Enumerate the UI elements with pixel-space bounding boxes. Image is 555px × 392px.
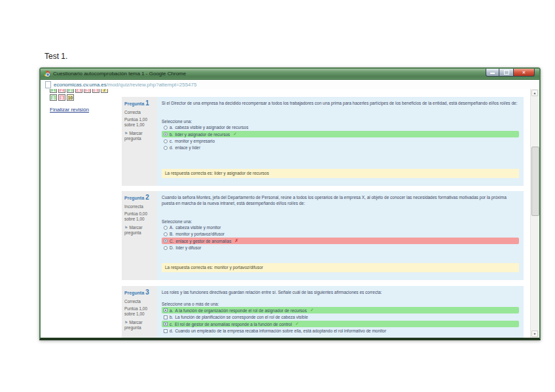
finish-review-link[interactable]: Finalizar revisión	[50, 107, 89, 113]
option-text: enlace y gestor de anomalías	[176, 239, 232, 243]
question-body: Los roles y las funciones directivas gua…	[157, 286, 524, 338]
nav-question-5[interactable]: 5	[84, 89, 91, 93]
option-key: c.	[170, 322, 173, 327]
nav-question-3[interactable]: 3	[67, 89, 74, 93]
question-status: Incorrecta	[124, 204, 154, 209]
page-icon	[45, 81, 51, 88]
answer-option[interactable]: B.monitor y portavoz/difusor	[162, 231, 519, 237]
question-info: Pregunta3 Correcta Puntúa 1,00 sobre 1,0…	[122, 286, 157, 338]
radio-checked-icon	[164, 239, 168, 243]
correct-answer-feedback: La respuesta correcta es: líder y asigna…	[162, 169, 519, 178]
answer-option[interactable]: a.cabeza visible y asignador de recursos	[162, 124, 519, 130]
answer-option-selected-correct[interactable]: a.A la función de organización responde …	[162, 307, 519, 313]
browser-window: Cuestionario autocomprobación tema 1 - G…	[39, 67, 541, 340]
radio-icon	[164, 246, 168, 250]
option-text: monitor y empresario	[175, 139, 215, 143]
question-info: Pregunta1 Correcta Puntúa 1,00 sobre 1,0…	[122, 97, 157, 186]
close-button[interactable]: ✕	[513, 69, 535, 77]
scroll-up-arrow[interactable]: ▲	[531, 90, 538, 96]
flag-icon: ⚑	[124, 132, 128, 135]
correct-check-icon: ✓	[310, 308, 314, 313]
checkbox-checked-icon	[164, 308, 168, 312]
url-path: /mod/quiz/review.php?attempt=255475	[107, 82, 197, 88]
option-key: A.	[170, 225, 173, 230]
nav-question-4[interactable]: 4	[75, 89, 82, 93]
question-title: Pregunta2	[124, 194, 154, 202]
question-label: Pregunta	[124, 101, 144, 106]
nav-question-1[interactable]: 1	[50, 89, 57, 93]
option-text: La función de planificación se correspon…	[175, 315, 308, 319]
answer-option[interactable]: d.Cuando un empleado de la empresa recab…	[162, 328, 519, 334]
flag-question-button[interactable]: ⚑Marcar pregunta	[124, 225, 154, 236]
option-key: B.	[170, 232, 173, 236]
question-text: Los roles y las funciones directivas gua…	[162, 289, 519, 295]
document-page: Test 1. Cuestionario autocomprobación te…	[0, 0, 555, 392]
answer-option[interactable]: b.La función de planificación se corresp…	[162, 314, 519, 320]
nav-question-10[interactable]: 10	[67, 94, 74, 101]
question-panel-3: Pregunta3 Correcta Puntúa 1,00 sobre 1,0…	[122, 286, 524, 338]
flag-icon: ⚑	[124, 321, 128, 325]
window-titlebar[interactable]: Cuestionario autocomprobación tema 1 - G…	[41, 69, 539, 80]
url-domain: economicas.cv.uma.es	[54, 82, 107, 88]
question-number: 1	[145, 99, 149, 107]
question-label: Pregunta	[124, 196, 144, 200]
question-info: Pregunta2 Incorrecta Puntúa 0,00 sobre 1…	[122, 191, 157, 280]
question-text: Si el Director de una empresa ha decidid…	[162, 100, 519, 106]
nav-question-6[interactable]: 6	[92, 89, 99, 93]
option-key: D.	[170, 245, 174, 250]
flag-question-button[interactable]: ⚑Marcar pregunta	[124, 320, 154, 331]
correct-answer-feedback: La respuesta correcta es: monitor y port…	[162, 263, 519, 272]
option-text: líder y difusor	[176, 245, 202, 250]
nav-question-8[interactable]: 8	[50, 94, 57, 101]
select-prompt: Seleccione una o más de una:	[162, 302, 519, 306]
option-key: a.	[170, 308, 173, 313]
radio-icon	[164, 232, 168, 236]
radio-icon	[164, 126, 168, 130]
question-panel-1: Pregunta1 Correcta Puntúa 1,00 sobre 1,0…	[122, 97, 524, 186]
question-body: Cuando la señora Montes, jefa del Depart…	[157, 191, 524, 280]
maximize-button[interactable]	[499, 69, 513, 77]
checkbox-icon	[164, 329, 168, 333]
nav-question-9[interactable]: 9	[58, 94, 65, 101]
page-content: 1 2 3 4 5 6 7 8 9 10 Finalizar revisión	[41, 89, 539, 338]
option-text: líder y asignador de recursos	[175, 132, 230, 137]
question-number: 3	[145, 289, 149, 296]
question-panel-2: Pregunta2 Incorrecta Puntúa 0,00 sobre 1…	[122, 191, 524, 280]
option-key: b.	[170, 132, 173, 137]
option-text: A la función de organización responde el…	[175, 308, 306, 313]
vertical-scrollbar[interactable]: ▲ ▼	[530, 89, 539, 338]
url-text[interactable]: economicas.cv.uma.es/mod/quiz/review.php…	[54, 82, 196, 88]
answer-option[interactable]: d.enlace y líder	[162, 145, 519, 151]
question-grade: Puntúa 1,00 sobre 1,00	[124, 306, 154, 317]
question-title: Pregunta1	[124, 99, 154, 108]
minimize-icon	[490, 73, 495, 74]
question-title: Pregunta3	[124, 289, 154, 297]
option-key: d.	[170, 145, 173, 150]
select-prompt: Seleccione una:	[162, 119, 519, 124]
scrollbar-thumb[interactable]	[531, 147, 539, 216]
flag-question-button[interactable]: ⚑Marcar pregunta	[124, 131, 154, 142]
scroll-down-arrow[interactable]: ▼	[531, 330, 538, 337]
question-status: Correcta	[124, 299, 154, 304]
option-key: c.	[170, 139, 173, 143]
radio-icon	[164, 139, 168, 143]
checkbox-checked-icon	[164, 322, 168, 326]
question-grade: Puntúa 0,00 sobre 1,00	[124, 211, 154, 222]
correct-check-icon: ✓	[295, 321, 299, 327]
answer-option-selected-incorrect[interactable]: C.enlace y gestor de anomalías✗	[162, 238, 519, 244]
option-key: d.	[170, 329, 173, 333]
answer-option-selected-correct[interactable]: c.El rol de gestor de anomalías responde…	[162, 321, 519, 327]
option-text: monitor y portavoz/difusor	[175, 232, 224, 236]
nav-question-2[interactable]: 2	[58, 89, 65, 93]
answer-option-selected-correct[interactable]: b.líder y asignador de recursos✓	[162, 131, 519, 137]
answer-option[interactable]: c.monitor y empresario	[162, 138, 519, 144]
option-text: cabeza visible y asignador de recursos	[175, 125, 248, 130]
flag-icon: ⚑	[124, 226, 128, 230]
answer-option[interactable]: D.líder y difusor	[162, 245, 519, 251]
quiz-nav-row-1: 1 2 3 4 5 6 7	[50, 89, 109, 93]
answer-option[interactable]: A.cabeza visible y monitor	[162, 224, 519, 230]
question-number: 2	[145, 194, 149, 201]
minimize-button[interactable]	[486, 69, 499, 77]
nav-question-7[interactable]: 7	[101, 89, 108, 93]
option-text: cabeza visible y monitor	[175, 225, 221, 230]
